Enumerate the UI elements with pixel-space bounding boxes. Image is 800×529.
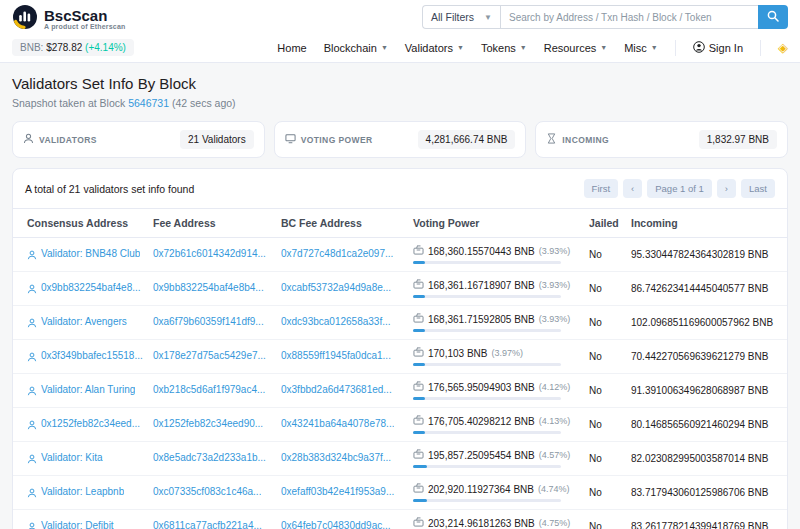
jailed-value: No — [583, 272, 625, 306]
search-filter-label: All Filters — [431, 11, 474, 23]
snapshot-subtitle: Snapshot taken at Block 5646731 (42 secs… — [12, 97, 788, 109]
bnb-price-label: BNB: — [20, 42, 43, 53]
consensus-address-link[interactable]: 0x9bb832254baf4e8... — [41, 282, 141, 293]
search-filter-dropdown[interactable]: All Filters ▼ — [422, 5, 500, 29]
consensus-address-link[interactable]: Validator: Kita — [41, 452, 103, 463]
chevron-down-icon: ▼ — [520, 44, 527, 51]
ballot-icon — [413, 449, 424, 461]
fee-address-link[interactable]: 0x6811ca77acfb221a4... — [153, 520, 262, 529]
table-row: 0x3f349bbafec15518... 0x178e27d75ac5429e… — [13, 340, 787, 374]
bc-fee-address-link[interactable]: 0x88559ff1945fa0dca1... — [281, 350, 391, 361]
user-icon — [27, 523, 37, 529]
bc-fee-address-link[interactable]: 0x28b383d324bc9a37f... — [281, 452, 391, 463]
fee-address-link[interactable]: 0x9bb832254baf4e8b4... — [153, 282, 264, 293]
sign-in-button[interactable]: Sign In — [693, 41, 743, 55]
fee-address-link[interactable]: 0x72b61c6014342d914... — [153, 248, 266, 259]
chevron-down-icon: ▼ — [381, 44, 388, 51]
nav-item-misc[interactable]: Misc▼ — [624, 42, 658, 54]
fee-address-link[interactable]: 0xa6f79b60359f141df9... — [153, 316, 264, 327]
col-header-fee-address: Fee Address — [147, 209, 275, 238]
nav-item-home[interactable]: Home — [277, 42, 306, 54]
user-icon — [23, 133, 34, 146]
jailed-value: No — [583, 510, 625, 529]
ballot-icon — [413, 517, 424, 529]
voting-power-card-label: VOTING POWER — [301, 135, 373, 145]
bc-fee-address-link[interactable]: 0x3fbbd2a6d473681ed... — [281, 384, 392, 395]
table-row: Validator: Leapbnb 0xc07335cf083c1c46a..… — [13, 476, 787, 510]
user-icon — [27, 489, 37, 500]
consensus-address-link[interactable]: 0x1252feb82c34eed... — [41, 418, 140, 429]
table-summary: A total of 21 validators set info found — [25, 183, 194, 195]
user-icon — [27, 455, 37, 466]
nav-item-blockchain[interactable]: Blockchain▼ — [324, 42, 388, 54]
consensus-address-link[interactable]: Validator: Leapbnb — [41, 486, 124, 497]
brand-tagline: A product of Etherscan — [44, 23, 126, 30]
jailed-value: No — [583, 340, 625, 374]
nav-divider — [675, 40, 676, 56]
bscscan-validators-page: BscScan A product of Etherscan All Filte… — [0, 0, 800, 529]
consensus-address-link[interactable]: Validator: BNB48 Club — [41, 248, 140, 259]
voting-power-percent: (4.57%) — [539, 450, 571, 460]
nav-item-tokens[interactable]: Tokens▼ — [481, 42, 527, 54]
pagination-page-indicator: Page 1 of 1 — [647, 179, 712, 198]
voting-power-card-value: 4,281,666.74 BNB — [418, 130, 516, 149]
bc-fee-address-link[interactable]: 0x64feb7c04830dd9ac... — [281, 520, 391, 529]
pagination-next-button[interactable]: › — [717, 179, 736, 198]
fee-address-link[interactable]: 0xb218c5d6af1f979ac4... — [153, 384, 265, 395]
voting-power-value: 176,705.40298212 BNB — [428, 416, 535, 427]
nav-item-validators[interactable]: Validators▼ — [405, 42, 464, 54]
pagination-last-button[interactable]: Last — [741, 179, 775, 198]
bscscan-logo[interactable]: BscScan A product of Etherscan — [12, 4, 126, 34]
user-icon — [27, 387, 37, 398]
voting-power-bar — [413, 465, 561, 468]
voting-power-bar — [413, 295, 561, 298]
consensus-address-link[interactable]: Validator: Alan Turing — [41, 384, 135, 395]
bc-fee-address-link[interactable]: 0x43241ba64a4078e78... — [281, 418, 394, 429]
nav-item-resources[interactable]: Resources▼ — [544, 42, 608, 54]
fee-address-link[interactable]: 0x1252feb82c34eed90... — [153, 418, 263, 429]
block-number-link[interactable]: 5646731 — [128, 97, 169, 109]
bnb-network-icon[interactable]: ◈ — [778, 40, 788, 55]
monitor-icon — [285, 133, 296, 146]
jailed-value: No — [583, 238, 625, 272]
voting-power-percent: (4.12%) — [539, 382, 571, 392]
chevron-down-icon: ▼ — [484, 13, 492, 22]
bc-fee-address-link[interactable]: 0xefaff03b42e41f953a9... — [281, 486, 394, 497]
pagination-prev-button[interactable]: ‹ — [623, 179, 642, 198]
bc-fee-address-link[interactable]: 0x7d727c48d1ca2e097... — [281, 248, 393, 259]
bc-fee-address-link[interactable]: 0xcabf53732a94d9a8e... — [281, 282, 391, 293]
bc-fee-address-link[interactable]: 0xdc93bca012658a33f... — [281, 316, 391, 327]
fee-address-link[interactable]: 0x178e27d75ac5429e7... — [153, 350, 266, 361]
incoming-card: INCOMING 1,832.97 BNB — [535, 121, 788, 158]
table-row: 0x9bb832254baf4e8... 0x9bb832254baf4e8b4… — [13, 272, 787, 306]
voting-power-value: 170,103 BNB — [428, 348, 488, 359]
col-header-bc-fee-address: BC Fee Address — [275, 209, 407, 238]
consensus-address-link[interactable]: Validator: Avengers — [41, 316, 127, 327]
user-icon — [27, 251, 37, 262]
brand-name: BscScan — [44, 8, 126, 23]
pagination-first-button[interactable]: First — [584, 179, 618, 198]
bnb-price-badge[interactable]: BNB: $278.82 (+4.14%) — [12, 39, 134, 56]
voting-power-value: 168,360.15570443 BNB — [428, 246, 535, 257]
search-input[interactable] — [500, 5, 758, 29]
voting-power-percent: (3.93%) — [539, 314, 571, 324]
validators-card-value: 21 Validators — [180, 130, 254, 149]
consensus-address-link[interactable]: 0x3f349bbafec15518... — [41, 350, 143, 361]
voting-power-bar — [413, 261, 561, 264]
jailed-value: No — [583, 476, 625, 510]
incoming-value: 80.146856560921460294 BNB — [625, 408, 787, 442]
col-header-jailed: Jailed — [583, 209, 625, 238]
consensus-address-link[interactable]: Validator: Defibit — [41, 520, 114, 529]
ballot-icon — [413, 483, 424, 495]
nav-strip: BNB: $278.82 (+4.14%) Home Blockchain▼ V… — [0, 36, 800, 63]
fee-address-link[interactable]: 0x8e5adc73a2d233a1b... — [153, 452, 266, 463]
incoming-value: 86.742623414445040577 BNB — [625, 272, 787, 306]
validators-table-card: A total of 21 validators set info found … — [12, 168, 788, 529]
voting-power-percent: (4.75%) — [539, 518, 571, 528]
incoming-value: 102.096851169600057962 BNB — [625, 306, 787, 340]
voting-power-value: 168,361.71592805 BNB — [428, 314, 535, 325]
voting-power-value: 203,214.96181263 BNB — [428, 518, 535, 529]
search-button[interactable] — [758, 5, 788, 29]
voting-power-percent: (3.93%) — [539, 280, 571, 290]
fee-address-link[interactable]: 0xc07335cf083c1c46a... — [153, 486, 261, 497]
